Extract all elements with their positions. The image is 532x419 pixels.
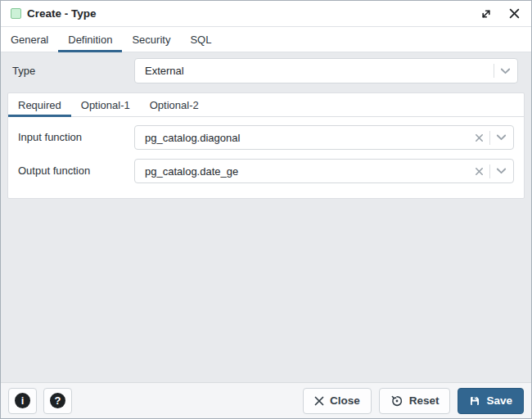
chevron-down-icon[interactable] — [496, 167, 507, 175]
dialog-footer: i ? Close — [1, 382, 531, 418]
definition-subtabs: Required Optional-1 Optional-2 — [8, 93, 524, 117]
input-function-combo[interactable]: pg_catalog.diagonal — [134, 125, 514, 150]
tab-sql[interactable]: SQL — [180, 27, 221, 52]
reset-button-label: Reset — [409, 394, 440, 407]
tab-definition-label: Definition — [68, 34, 112, 46]
dialog-titlebar: Create - Type — [1, 1, 531, 27]
create-type-dialog: Create - Type General Definition Securit… — [0, 0, 532, 419]
tab-security-label: Security — [132, 34, 170, 46]
output-function-value: pg_catalog.date_ge — [145, 165, 475, 178]
output-function-combo[interactable]: pg_catalog.date_ge — [134, 159, 514, 183]
chevron-down-icon[interactable] — [496, 133, 507, 142]
tab-sql-label: SQL — [190, 34, 211, 46]
input-function-label: Input function — [18, 125, 82, 150]
dialog-tabs: General Definition Security SQL — [1, 27, 531, 52]
close-button[interactable]: Close — [303, 388, 372, 414]
output-function-label: Output function — [18, 159, 90, 183]
save-button[interactable]: Save — [458, 388, 524, 414]
subtab-required-label: Required — [18, 99, 61, 111]
select-divider — [489, 164, 490, 178]
reset-button[interactable]: Reset — [379, 388, 451, 414]
expand-icon[interactable] — [479, 7, 494, 21]
select-divider — [494, 64, 494, 78]
help-button[interactable]: ? — [43, 388, 72, 414]
type-select[interactable]: External — [134, 58, 518, 83]
required-optional-panel: Required Optional-1 Optional-2 Input fun… — [7, 92, 525, 199]
chevron-down-icon[interactable] — [500, 67, 511, 75]
close-button-label: Close — [330, 394, 360, 407]
type-icon — [11, 8, 21, 19]
tab-definition[interactable]: Definition — [58, 27, 122, 52]
type-select-value: External — [145, 65, 488, 77]
dialog-title: Create - Type — [27, 7, 97, 20]
subtab-optional-2-label: Optional-2 — [150, 99, 199, 111]
help-icon: ? — [50, 393, 65, 408]
clear-x-icon[interactable] — [475, 133, 484, 142]
close-x-icon — [314, 396, 324, 406]
info-icon: i — [15, 393, 30, 408]
input-function-value: pg_catalog.diagonal — [145, 132, 475, 144]
subtab-optional-1[interactable]: Optional-1 — [71, 93, 140, 116]
type-field-label: Type — [12, 58, 35, 83]
clear-x-icon[interactable] — [475, 167, 484, 176]
select-divider — [489, 131, 490, 145]
close-icon[interactable] — [507, 7, 521, 21]
tab-general[interactable]: General — [1, 27, 58, 52]
save-button-label: Save — [486, 394, 512, 407]
save-icon — [469, 395, 480, 407]
tab-general-label: General — [11, 34, 48, 46]
subtab-optional-2[interactable]: Optional-2 — [140, 93, 209, 116]
definition-tab-content: Type External Required Optional-1 Option… — [1, 53, 531, 382]
subtab-optional-1-label: Optional-1 — [81, 99, 130, 111]
subtab-required[interactable]: Required — [8, 93, 71, 116]
reset-icon — [390, 394, 404, 408]
tab-security[interactable]: Security — [122, 27, 180, 52]
info-button[interactable]: i — [8, 388, 37, 414]
